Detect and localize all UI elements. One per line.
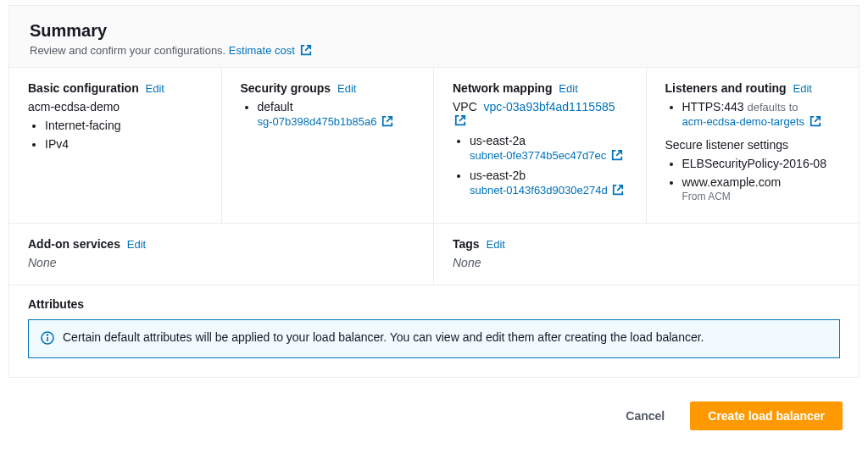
- attributes-section: Attributes Certain default attributes wi…: [9, 285, 859, 377]
- security-policy: ELBSecurityPolicy-2016-08: [682, 157, 841, 170]
- listener-protocol-port: HTTPS:443: [682, 100, 744, 114]
- basic-config-heading-text: Basic configuration: [28, 81, 139, 95]
- external-link-icon: [381, 115, 393, 130]
- certificate-source: From ACM: [682, 191, 731, 202]
- vpc-label: VPC: [453, 100, 477, 114]
- external-link-icon: [454, 114, 466, 129]
- secure-listener-list: ELBSecurityPolicy-2016-08 www.example.co…: [665, 157, 841, 202]
- attributes-info-text: Certain default attributes will be appli…: [63, 330, 704, 344]
- attributes-info-box: Certain default attributes will be appli…: [28, 319, 840, 358]
- subnet-link-1[interactable]: subnet-0fe3774b5ec47d7ec: [470, 149, 623, 163]
- az-name-1: us-east-2a: [470, 134, 526, 147]
- info-icon: [41, 331, 54, 347]
- footer-actions: Cancel Create load balancer: [8, 378, 860, 447]
- addons-heading-text: Add-on services: [28, 237, 120, 251]
- summary-panel: Summary Review and confirm your configur…: [8, 5, 860, 378]
- external-link-icon: [611, 149, 623, 163]
- attributes-heading: Attributes: [28, 297, 840, 311]
- addons-cell: Add-on services Edit None: [9, 224, 434, 285]
- basic-config-heading: Basic configuration Edit: [28, 81, 203, 95]
- security-group-id-link[interactable]: sg-07b398d475b1b85a6: [258, 115, 394, 130]
- secure-listener-heading: Secure listener settings: [665, 138, 841, 152]
- listeners-heading: Listeners and routing Edit: [665, 81, 841, 95]
- addons-edit-link[interactable]: Edit: [127, 238, 146, 251]
- az-list: us-east-2a subnet-0fe3774b5ec47d7ec us-e…: [453, 134, 627, 198]
- vpc-id: vpc-03a93bf4ad1115585: [484, 100, 615, 114]
- subnet-link-2[interactable]: subnet-0143f63d9030e274d: [470, 184, 624, 198]
- security-group-item: default sg-07b398d475b1b85a6: [258, 100, 415, 130]
- basic-config-edit-link[interactable]: Edit: [146, 82, 164, 95]
- listeners-edit-link[interactable]: Edit: [793, 82, 812, 95]
- summary-subtitle-row: Review and confirm your configurations. …: [30, 44, 838, 58]
- security-group-id: sg-07b398d475b1b85a6: [258, 115, 377, 128]
- create-load-balancer-button[interactable]: Create load balancer: [690, 401, 843, 430]
- external-link-icon: [300, 44, 312, 58]
- vpc-id-link[interactable]: vpc-03a93bf4ad1115585: [453, 100, 615, 127]
- listeners-heading-text: Listeners and routing: [665, 81, 787, 95]
- subnet-id-2: subnet-0143f63d9030e274d: [470, 184, 608, 197]
- lb-scheme: Internet-facing: [45, 119, 203, 132]
- lb-name: acm-ecdsa-demo: [28, 100, 203, 114]
- estimate-cost-label: Estimate cost: [229, 44, 295, 57]
- tags-cell: Tags Edit None: [434, 224, 859, 285]
- certificate-domain: www.example.com: [682, 175, 782, 189]
- addons-heading: Add-on services Edit: [28, 237, 415, 251]
- basic-config-list: Internet-facing IPv4: [28, 119, 203, 151]
- subnet-id-1: subnet-0fe3774b5ec47d7ec: [470, 149, 606, 162]
- network-mapping-heading: Network mapping Edit: [453, 81, 627, 95]
- estimate-cost-link[interactable]: Estimate cost: [229, 44, 312, 57]
- listeners-list: HTTPS:443 defaults to acm-ecdsa-demo-tar…: [665, 100, 841, 130]
- security-groups-list: default sg-07b398d475b1b85a6: [241, 100, 415, 130]
- vpc-row: VPC vpc-03a93bf4ad1115585: [453, 100, 627, 129]
- summary-subtitle: Review and confirm your configurations.: [30, 44, 225, 57]
- tags-heading-text: Tags: [453, 237, 480, 251]
- security-group-name: default: [258, 100, 293, 114]
- basic-config-cell: Basic configuration Edit acm-ecdsa-demo …: [9, 68, 222, 224]
- listener-item: HTTPS:443 defaults to acm-ecdsa-demo-tar…: [682, 100, 841, 130]
- listener-target-name: acm-ecdsa-demo-targets: [682, 115, 805, 128]
- security-groups-heading: Security groups Edit: [241, 81, 415, 95]
- summary-grid-top: Basic configuration Edit acm-ecdsa-demo …: [9, 68, 859, 224]
- svg-point-2: [47, 335, 48, 335]
- network-mapping-heading-text: Network mapping: [453, 81, 552, 95]
- external-link-icon: [810, 115, 821, 130]
- external-link-icon: [612, 184, 624, 198]
- listeners-cell: Listeners and routing Edit HTTPS:443 def…: [647, 68, 860, 224]
- lb-ip-type: IPv4: [45, 137, 203, 151]
- network-mapping-edit-link[interactable]: Edit: [559, 82, 577, 95]
- network-mapping-cell: Network mapping Edit VPC vpc-03a93bf4ad1…: [434, 68, 647, 224]
- az-item-1: us-east-2a subnet-0fe3774b5ec47d7ec: [470, 134, 627, 163]
- az-name-2: us-east-2b: [470, 169, 526, 182]
- listener-target-link[interactable]: acm-ecdsa-demo-targets: [682, 115, 821, 130]
- security-groups-cell: Security groups Edit default sg-07b398d4…: [222, 68, 435, 224]
- tags-value: None: [453, 256, 840, 269]
- certificate-item: www.example.com From ACM: [682, 175, 841, 202]
- tags-heading: Tags Edit: [453, 237, 840, 251]
- security-groups-heading-text: Security groups: [241, 81, 331, 95]
- security-groups-edit-link[interactable]: Edit: [337, 82, 356, 95]
- listener-defaults-to: defaults to: [748, 101, 798, 114]
- summary-title: Summary: [30, 21, 838, 41]
- tags-edit-link[interactable]: Edit: [487, 238, 505, 251]
- summary-grid-mid: Add-on services Edit None Tags Edit None: [9, 224, 859, 285]
- cancel-button[interactable]: Cancel: [609, 401, 682, 430]
- addons-value: None: [28, 256, 415, 269]
- summary-header: Summary Review and confirm your configur…: [9, 6, 859, 68]
- az-item-2: us-east-2b subnet-0143f63d9030e274d: [470, 169, 627, 198]
